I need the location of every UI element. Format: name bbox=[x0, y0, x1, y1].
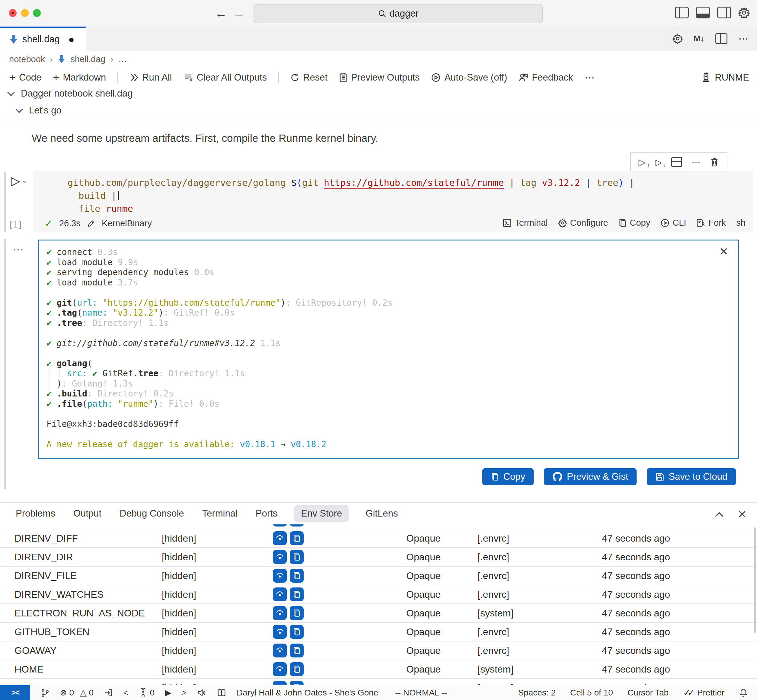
now-playing-song[interactable]: Daryl Hall & John Oates - She's Gone bbox=[237, 688, 378, 698]
toolbar-more-icon[interactable]: ⋯ bbox=[585, 72, 596, 84]
table-row[interactable]: DIRENV_DIFF [hidden] Opaque [.envrc] 47 … bbox=[0, 529, 757, 547]
exit-status-item[interactable] bbox=[104, 688, 113, 697]
copy-value-button[interactable] bbox=[290, 531, 303, 545]
next-track-button[interactable]: > bbox=[182, 688, 186, 698]
table-row[interactable]: DIRENV_WATCHES [hidden] Opaque [.envrc] … bbox=[0, 585, 757, 603]
broadcast-status-item[interactable]: 0 bbox=[139, 688, 155, 698]
cell-name[interactable]: KernelBinary bbox=[102, 219, 152, 228]
tab-modified-dot-icon[interactable]: ● bbox=[68, 33, 75, 45]
panel-tab-terminal[interactable]: Terminal bbox=[201, 505, 239, 522]
close-output-icon[interactable]: ✕ bbox=[719, 245, 728, 258]
copy-cell-action[interactable]: Copy bbox=[618, 218, 651, 228]
notifications-bell-icon[interactable] bbox=[739, 688, 748, 698]
table-row[interactable]: ELECTRON_RUN_AS_NODE [hidden] Opaque [sy… bbox=[0, 603, 757, 622]
copy-value-button[interactable] bbox=[290, 524, 303, 527]
configure-action[interactable]: Configure bbox=[558, 218, 608, 228]
command-center-search[interactable]: dagger bbox=[253, 4, 543, 23]
close-window-button[interactable] bbox=[9, 9, 17, 17]
toggle-primary-sidebar-icon[interactable] bbox=[675, 7, 689, 19]
pencil-icon[interactable] bbox=[87, 220, 95, 228]
reveal-value-eye-button[interactable] bbox=[273, 569, 287, 583]
indentation-status-item[interactable]: Spaces: 2 bbox=[518, 688, 556, 698]
clear-all-outputs-button[interactable]: Clear All Outputs bbox=[183, 72, 267, 83]
table-row[interactable]: HOME [hidden] Opaque [system] 47 seconds… bbox=[0, 659, 757, 678]
code-cell-content[interactable]: github.com/purpleclay/daggerverse/golang… bbox=[67, 176, 635, 215]
tab-shell-dag[interactable]: shell.dag ● bbox=[0, 27, 86, 51]
env-table-scrollbar[interactable] bbox=[754, 527, 756, 633]
chevron-down-icon[interactable] bbox=[7, 89, 14, 96]
play-pause-button[interactable]: ▶ bbox=[165, 688, 171, 698]
panel-tab-ports[interactable]: Ports bbox=[255, 505, 278, 522]
volume-status-item[interactable] bbox=[197, 688, 206, 697]
reveal-value-eye-button[interactable] bbox=[273, 550, 287, 564]
panel-tab-gitlens[interactable]: GitLens bbox=[364, 505, 399, 522]
open-as-markdown-icon[interactable]: M↓ bbox=[694, 34, 704, 44]
editor-more-actions-icon[interactable]: ⋯ bbox=[738, 33, 749, 45]
cell-position-status-item[interactable]: Cell 5 of 10 bbox=[570, 688, 613, 698]
reveal-value-eye-button[interactable] bbox=[273, 524, 287, 527]
copy-output-button[interactable]: Copy bbox=[482, 468, 533, 485]
copy-value-button[interactable] bbox=[290, 644, 303, 658]
notebook-settings-gear-icon[interactable] bbox=[673, 33, 683, 44]
table-row[interactable]: DIRENV_FILE [hidden] Opaque [.envrc] 47 … bbox=[0, 566, 757, 585]
history-forward-button[interactable]: → bbox=[233, 6, 245, 20]
table-row[interactable]: DIRENV_DIR [hidden] Opaque [.envrc] 47 s… bbox=[0, 547, 757, 566]
reading-list-status-item[interactable] bbox=[217, 688, 226, 697]
run-all-button[interactable]: Run All bbox=[130, 72, 172, 83]
chevron-down-icon[interactable] bbox=[16, 106, 23, 113]
copy-value-button[interactable] bbox=[290, 606, 303, 620]
table-row[interactable]: GOAWAY [hidden] Opaque [.envrc] 47 secon… bbox=[0, 641, 757, 659]
fork-action[interactable]: Fork bbox=[696, 218, 726, 228]
code-cell-editor[interactable]: github.com/purpleclay/daggerverse/golang… bbox=[33, 171, 753, 232]
breadcrumb-notebook[interactable]: notebook bbox=[9, 54, 45, 64]
run-options-chevron-icon[interactable]: ⌄ bbox=[22, 177, 27, 184]
reveal-value-eye-button[interactable] bbox=[273, 588, 287, 602]
preview-gist-button[interactable]: Preview & Gist bbox=[544, 468, 637, 485]
reveal-value-eye-button[interactable] bbox=[273, 662, 287, 676]
notebook-title-row[interactable]: Dagger notebook shell.dag bbox=[8, 88, 133, 99]
copy-value-button[interactable] bbox=[290, 569, 303, 583]
run-cells-below-icon[interactable]: ▷↓ bbox=[655, 157, 662, 167]
git-graph-status-item[interactable] bbox=[41, 688, 50, 697]
run-cells-above-icon[interactable]: ▷↑ bbox=[639, 157, 646, 167]
table-row[interactable]: GITHUB_TOKEN [hidden] Opaque [.envrc] 47… bbox=[0, 622, 757, 641]
panel-tab-env-store[interactable]: Env Store bbox=[294, 505, 349, 522]
output-focus-bar[interactable] bbox=[4, 239, 6, 489]
reveal-value-eye-button[interactable] bbox=[273, 606, 287, 620]
copy-value-button[interactable] bbox=[290, 550, 303, 564]
split-editor-icon[interactable] bbox=[715, 33, 727, 44]
maximize-panel-chevron-icon[interactable] bbox=[715, 512, 723, 520]
breadcrumb-file[interactable]: shell.dag bbox=[70, 54, 105, 64]
cell-language-picker[interactable]: sh bbox=[736, 218, 746, 228]
copy-value-button[interactable] bbox=[290, 662, 303, 676]
close-panel-icon[interactable]: ✕ bbox=[738, 508, 747, 521]
prev-track-button[interactable]: < bbox=[123, 688, 128, 698]
toggle-secondary-sidebar-icon[interactable] bbox=[717, 7, 731, 19]
cli-action[interactable]: CLI bbox=[660, 218, 686, 228]
runme-kernel-button[interactable]: RUNME bbox=[701, 67, 749, 88]
formatter-status-item[interactable]: ✓✓ Prettier bbox=[683, 688, 724, 698]
cursor-tab-status-item[interactable]: Cursor Tab bbox=[627, 688, 669, 698]
table-row[interactable]: HOMEBREW_CELLAR [hidden] Opaque [system]… bbox=[0, 678, 757, 685]
auto-save-toggle[interactable]: Auto-Save (off) bbox=[431, 72, 507, 83]
cell-more-actions-icon[interactable]: ⋯ bbox=[691, 157, 701, 167]
zoom-window-button[interactable] bbox=[33, 9, 41, 17]
terminal-action[interactable]: Terminal bbox=[502, 218, 548, 228]
output-more-actions-icon[interactable]: ⋯ bbox=[13, 243, 25, 256]
toggle-panel-icon[interactable] bbox=[696, 7, 710, 19]
reset-button[interactable]: Reset bbox=[290, 72, 327, 83]
copy-value-button[interactable] bbox=[290, 625, 303, 639]
split-cell-icon[interactable] bbox=[671, 157, 682, 167]
save-to-cloud-button[interactable]: Save to Cloud bbox=[647, 468, 736, 485]
panel-tab-debug-console[interactable]: Debug Console bbox=[118, 505, 185, 522]
section-lets-go-row[interactable]: Let's go bbox=[17, 105, 62, 116]
preview-outputs-button[interactable]: Preview Outputs bbox=[339, 72, 419, 83]
breadcrumb-more[interactable]: … bbox=[118, 54, 127, 64]
remote-indicator[interactable]: >< bbox=[0, 685, 30, 700]
feedback-button[interactable]: Feedback bbox=[519, 72, 573, 83]
minimize-window-button[interactable] bbox=[21, 9, 29, 17]
reveal-value-eye-button[interactable] bbox=[273, 644, 287, 658]
panel-tab-output[interactable]: Output bbox=[72, 505, 103, 522]
copy-value-button[interactable] bbox=[290, 588, 303, 602]
reveal-value-eye-button[interactable] bbox=[273, 625, 287, 639]
